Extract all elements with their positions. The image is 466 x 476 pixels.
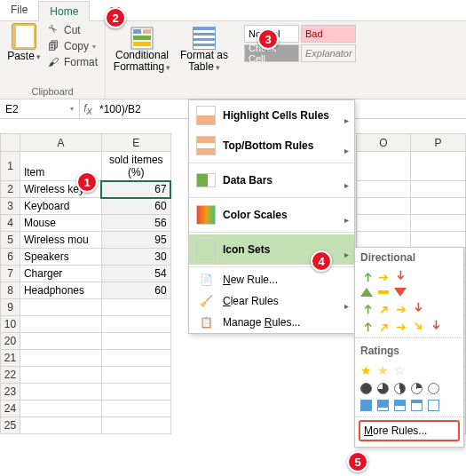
iconset-3-stars[interactable]: ★★☆ [355, 361, 463, 380]
menu-new-label: New Rule... [223, 274, 278, 286]
row-header-24[interactable]: 24 [1, 401, 20, 417]
row-header-4[interactable]: 4 [1, 215, 20, 232]
cell-A10[interactable] [20, 316, 101, 333]
cell-A8[interactable]: Headphones [20, 282, 101, 299]
menu-manage-rules[interactable]: 📋Manage Rules... [189, 312, 354, 333]
menu-color-scales[interactable]: Color Scales [189, 200, 354, 230]
iconset-3-arrows[interactable] [355, 267, 463, 285]
cell-E3[interactable]: 60 [101, 198, 170, 215]
cell-A24[interactable] [20, 401, 101, 417]
row-header-3[interactable]: 3 [1, 198, 20, 215]
name-box[interactable]: E2 [0, 99, 80, 119]
cell-E7[interactable]: 54 [101, 266, 170, 282]
iconset-4-arrows[interactable] [355, 299, 463, 317]
cell-A5[interactable]: Wireless mou [20, 232, 101, 249]
cf-label2: Formatting [114, 61, 170, 74]
fx-icon[interactable]: fx [80, 100, 96, 117]
menu-new-rule[interactable]: 📄New Rule... [189, 269, 354, 290]
row-header-2[interactable]: 2 [1, 181, 20, 198]
col-header-O[interactable]: O [356, 134, 411, 152]
cell-E21[interactable] [101, 350, 170, 367]
menu-clear-rules[interactable]: 🧹Clear Rules [189, 290, 354, 312]
cell-E1[interactable]: sold itemes (%) [101, 152, 170, 181]
paste-button[interactable]: Paste [5, 23, 43, 69]
row-header-25[interactable]: 25 [1, 417, 20, 434]
style-explanatory[interactable]: Explanator [301, 44, 356, 62]
cell-A22[interactable] [20, 367, 101, 384]
cell-A7[interactable]: Charger [20, 266, 101, 282]
cell-A6[interactable]: Speakers [20, 249, 101, 266]
cell-P4[interactable] [411, 215, 466, 232]
row-header-21[interactable]: 21 [1, 350, 20, 367]
row-header-10[interactable]: 10 [1, 316, 20, 333]
row-header-23[interactable]: 23 [1, 384, 20, 401]
cell-E2[interactable]: 67 [101, 181, 170, 198]
cell-O2[interactable] [356, 181, 411, 198]
row-header-9[interactable]: 9 [1, 299, 20, 316]
format-as-table-button[interactable]: Format as Table [173, 25, 235, 99]
tab-home[interactable]: Home [38, 1, 90, 21]
cell-P1[interactable] [411, 152, 466, 181]
cell-E10[interactable] [101, 316, 170, 333]
cell-A25[interactable] [20, 417, 101, 434]
cell-A20[interactable] [20, 333, 101, 350]
col-header-A[interactable]: A [20, 134, 101, 152]
style-bad[interactable]: Bad [301, 25, 356, 43]
icon-sets-more-rules[interactable]: More Rules... [359, 420, 460, 441]
iconset-5-boxes[interactable] [355, 397, 463, 414]
row-header-7[interactable]: 7 [1, 266, 20, 282]
conditional-formatting-button[interactable]: Conditional Formatting [111, 25, 173, 99]
clipboard-group-title: Clipboard [5, 86, 99, 99]
cell-E22[interactable] [101, 367, 170, 384]
clipboard-paste-icon [12, 23, 36, 50]
cell-A9[interactable] [20, 299, 101, 316]
cell-A21[interactable] [20, 350, 101, 367]
cell-E20[interactable] [101, 333, 170, 350]
cell-E23[interactable] [101, 384, 170, 401]
cell-E9[interactable] [101, 299, 170, 316]
menu-topbottom-label: Top/Bottom Rules [223, 139, 313, 152]
select-all-corner[interactable] [1, 134, 20, 152]
cell-A23[interactable] [20, 384, 101, 401]
cell-E25[interactable] [101, 417, 170, 434]
cell-A3[interactable]: Keyboard [20, 198, 101, 215]
cut-button[interactable]: Cut [46, 23, 99, 37]
row-header-8[interactable]: 8 [1, 282, 20, 299]
name-box-text: E2 [5, 103, 19, 115]
cell-E8[interactable]: 60 [101, 282, 170, 299]
iconset-3-triangles[interactable] [355, 285, 463, 299]
row-header-20[interactable]: 20 [1, 333, 20, 350]
cell-O4[interactable] [356, 215, 411, 232]
cell-P2[interactable] [411, 181, 466, 198]
cell-P5[interactable] [411, 232, 466, 249]
copy-button[interactable]: Copy▾ [46, 39, 99, 53]
format-painter-button[interactable]: Format [46, 55, 99, 69]
menu-highlight-cells[interactable]: Highlight Cells Rules [189, 100, 354, 131]
menu-data-bars[interactable]: Data Bars [189, 165, 354, 195]
col-header-P[interactable]: P [411, 134, 466, 152]
iconset-5-arrows[interactable] [355, 317, 463, 335]
cell-E5[interactable]: 95 [101, 232, 170, 249]
ribbon: Paste Cut Copy▾ Format Clipboard Conditi… [0, 21, 466, 99]
row-header-5[interactable]: 5 [1, 232, 20, 249]
highlight-cells-icon [196, 106, 216, 125]
cell-O1[interactable] [356, 152, 411, 181]
menu-top-bottom[interactable]: Top/Bottom Rules [189, 131, 354, 161]
row-header-22[interactable]: 22 [1, 367, 20, 384]
icon-sets-icon [196, 240, 216, 259]
cell-E24[interactable] [101, 401, 170, 417]
iconset-5-quarters[interactable] [355, 380, 463, 397]
format-label: Format [64, 56, 98, 68]
col-header-E[interactable]: E [101, 134, 170, 152]
tab-file[interactable]: File [0, 0, 38, 20]
row-header-1[interactable]: 1 [1, 152, 20, 181]
row-header-6[interactable]: 6 [1, 249, 20, 266]
svg-rect-4 [133, 42, 151, 46]
table-icon [193, 27, 216, 50]
cell-E6[interactable]: 30 [101, 249, 170, 266]
cell-A4[interactable]: Mouse [20, 215, 101, 232]
cell-O3[interactable] [356, 198, 411, 215]
cell-E4[interactable]: 56 [101, 215, 170, 232]
cell-O5[interactable] [356, 232, 411, 249]
cell-P3[interactable] [411, 198, 466, 215]
